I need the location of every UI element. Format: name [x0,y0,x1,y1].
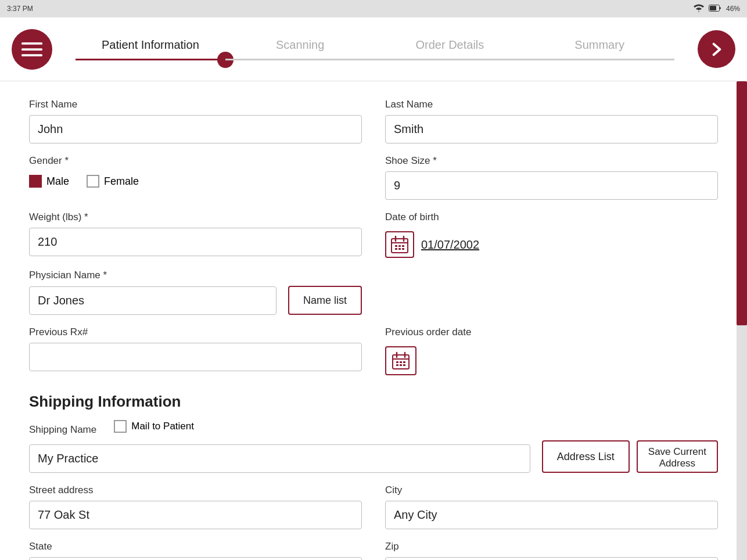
top-nav: Patient Information Scanning Order Detai… [0,17,747,81]
svg-rect-21 [403,361,405,363]
shoe-size-col: Shoe Size * [385,155,718,200]
dob-value: 01/07/2002 [421,238,479,252]
dob-row: 01/07/2002 [385,231,718,258]
step-order-details[interactable]: Order Details [375,38,525,60]
last-name-col: Last Name [385,99,718,143]
svg-rect-14 [402,248,404,250]
shipping-name-label: Shipping Name [29,424,96,436]
physician-row: Physician Name * Name list [29,270,718,315]
weight-input[interactable] [29,228,362,256]
svg-rect-2 [21,42,42,45]
street-label: Street address [29,484,362,496]
first-name-col: First Name [29,99,362,143]
street-col: Street address [29,484,362,529]
address-list-button[interactable]: Address List [542,440,630,473]
city-col: City [385,484,718,529]
prev-rx-input[interactable] [29,343,362,371]
next-button[interactable] [698,30,735,68]
name-row: First Name Last Name [29,99,718,143]
scrollbar-track[interactable] [737,81,747,560]
dob-col: Date of birth [385,211,718,258]
svg-rect-12 [395,248,397,250]
physician-name-input[interactable] [29,286,276,315]
physician-col: Physician Name * Name list [29,270,362,315]
scrollbar-thumb[interactable] [737,81,747,325]
gender-female-option[interactable]: Female [87,175,139,188]
step-order-details-label: Order Details [415,38,484,52]
dob-calendar-button[interactable] [385,231,414,258]
menu-button[interactable] [12,29,52,70]
address-buttons: Address List Save CurrentAddress [542,440,718,473]
street-city-row: Street address City [29,484,718,529]
wifi-icon [694,4,704,14]
state-col: State [29,541,362,560]
step-patient-information[interactable]: Patient Information [76,38,225,60]
svg-rect-3 [21,48,42,51]
mail-to-patient-option[interactable]: Mail to Patient [114,420,194,433]
step-summary-line [525,59,674,60]
svg-rect-13 [398,248,401,250]
gender-label: Gender * [29,155,362,167]
shipping-name-col: Shipping Name Mail to Patient [29,420,530,473]
physician-label: Physician Name * [29,270,362,281]
step-summary[interactable]: Summary [525,38,674,60]
svg-rect-1 [710,6,716,10]
shipping-name-input[interactable] [29,444,530,473]
gender-shoe-row: Gender * Male Female Shoe Size * [29,155,718,200]
weight-label: Weight (lbs) * [29,211,362,223]
battery-icon [709,5,721,13]
svg-rect-19 [396,361,398,363]
gender-female-checkbox[interactable] [87,175,99,188]
prev-rx-date-row: Previous Rx# Previous order date [29,326,718,375]
city-label: City [385,484,718,496]
name-list-button[interactable]: Name list [288,286,362,315]
svg-rect-9 [395,245,397,247]
weight-col: Weight (lbs) * [29,211,362,258]
prev-order-date-col: Previous order date [385,326,718,375]
shoe-size-input[interactable] [385,171,718,200]
save-current-address-button[interactable]: Save CurrentAddress [637,440,718,473]
svg-rect-10 [398,245,401,247]
mail-to-patient-label: Mail to Patient [131,421,194,432]
battery-percent: 46% [726,5,740,13]
first-name-label: First Name [29,99,362,110]
last-name-input[interactable] [385,115,718,143]
weight-dob-row: Weight (lbs) * Date of birth [29,211,718,258]
step-order-details-line [375,59,525,60]
content-area: First Name Last Name Gender * Male [0,81,747,560]
svg-rect-11 [402,245,404,247]
prev-rx-col: Previous Rx# [29,326,362,375]
steps-container: Patient Information Scanning Order Detai… [52,38,698,60]
status-bar: 3:37 PM 46% [0,0,747,17]
step-scanning-label: Scanning [276,38,324,52]
mail-to-patient-checkbox[interactable] [114,420,127,433]
city-input[interactable] [385,501,718,529]
status-time: 3:37 PM [7,5,33,13]
step-scanning-line [225,59,375,60]
shoe-size-label: Shoe Size * [385,155,718,167]
svg-rect-20 [400,361,402,363]
prev-order-date-label: Previous order date [385,326,718,338]
svg-rect-4 [21,54,42,56]
street-input[interactable] [29,501,362,529]
prev-order-date-row [385,346,718,375]
state-input[interactable] [29,557,362,560]
gender-male-option[interactable]: Male [29,175,69,188]
step-patient-information-label: Patient Information [102,38,199,52]
svg-rect-22 [396,364,398,366]
step-scanning[interactable]: Scanning [225,38,375,60]
shipping-name-row: Shipping Name Mail to Patient Address Li… [29,420,718,473]
prev-rx-label: Previous Rx# [29,326,362,338]
app-container: Patient Information Scanning Order Detai… [0,17,747,560]
step-summary-label: Summary [574,38,624,52]
zip-input[interactable] [385,557,718,560]
svg-rect-24 [403,364,405,366]
gender-male-checkbox[interactable] [29,175,42,188]
first-name-input[interactable] [29,115,362,143]
dob-label: Date of birth [385,211,718,223]
shipping-section-title: Shipping Information [29,393,718,411]
state-label: State [29,541,362,552]
prev-order-date-calendar-button[interactable] [385,346,416,375]
physician-input-row: Name list [29,286,362,315]
gender-options: Male Female [29,175,362,188]
